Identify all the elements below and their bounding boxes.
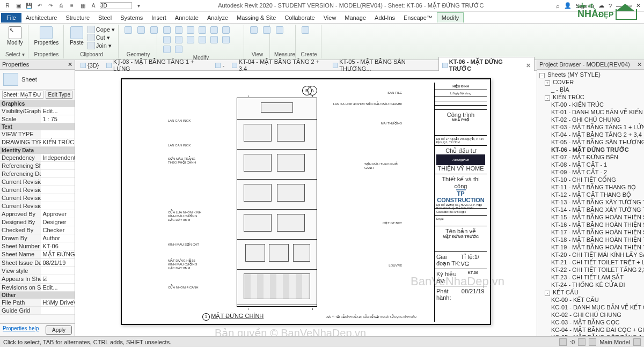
status-icon[interactable] bbox=[633, 338, 641, 346]
tree-node[interactable]: KT-10 - CHI TIẾT CỔNG bbox=[538, 176, 643, 183]
tree-node[interactable]: KT-01 - DANH MỤC BẢN VẼ KIẾN TRÚC bbox=[538, 108, 643, 116]
cope-button[interactable]: Cope ▾ bbox=[87, 26, 115, 33]
tree-node[interactable]: KT-22 - CHI TIẾT TOILET TẦNG 2,3,4 bbox=[538, 266, 643, 273]
tab-enscape[interactable]: Enscape™ bbox=[399, 13, 437, 23]
tree-node[interactable]: KT-18 - MẶT BẰNG HOÀN THIỆN TRẦN TẦNG T bbox=[538, 236, 643, 243]
mod-btn[interactable] bbox=[185, 35, 196, 44]
prop-row[interactable]: Current Revisio... bbox=[0, 194, 75, 202]
tab-systems[interactable]: Systems bbox=[116, 13, 147, 23]
prop-section[interactable]: Graphics bbox=[0, 100, 75, 107]
sheet-name-input[interactable] bbox=[2, 91, 43, 99]
prop-row[interactable]: VIEW TYPE bbox=[0, 130, 75, 138]
tree-node[interactable]: KT-19 - MẶT BẰNG HOÀN THIỆN TRẦN TẦNG 2 bbox=[538, 243, 643, 251]
tab-modify[interactable]: Modify bbox=[437, 12, 464, 23]
properties-help-link[interactable]: Properties help bbox=[3, 325, 39, 335]
tree-node[interactable]: KT-24 - THỐNG KÊ CỬA ĐI bbox=[538, 281, 643, 288]
mod-btn[interactable] bbox=[185, 26, 196, 34]
geom-btn[interactable] bbox=[136, 26, 147, 34]
open-icon[interactable]: ▣ bbox=[14, 2, 23, 10]
tree-node[interactable]: KC-02 - GHI CHÚ CHUNG bbox=[538, 311, 643, 319]
prop-section[interactable]: Text bbox=[0, 123, 75, 130]
tab-massing[interactable]: Massing & Site bbox=[232, 13, 280, 23]
prop-row[interactable]: DRAWING TYPEKIẾN TRÚC bbox=[0, 138, 75, 147]
tree-node[interactable]: KT-05 - MẶT BẰNG SÂN THƯỢNG + MÁI TUM bbox=[538, 138, 643, 146]
tab-manage[interactable]: Manage bbox=[340, 13, 370, 23]
mod-btn[interactable] bbox=[162, 35, 172, 44]
tree-node[interactable]: KT-23 - CHI TIẾT LAM SẮT bbox=[538, 273, 643, 281]
tree-node[interactable]: KT-11 - MẶT BẰNG THANG BỘ bbox=[538, 183, 643, 191]
drawing-area[interactable]: B A SAN FILE LAN XA HOP 400/120 SƠN bbox=[75, 71, 537, 336]
tree-node[interactable]: KC-00 - KẾT CẤU bbox=[538, 296, 643, 303]
tree-node[interactable]: KT-16 - MẶT BẰNG HOÀN THIỆN SÀN TẦNG 2, bbox=[538, 221, 643, 228]
tree-node[interactable]: - KIẾN TRÚC bbox=[538, 93, 643, 101]
qat-icon[interactable]: A bbox=[89, 2, 98, 10]
prop-row[interactable]: Visibility/Graph...Edit... bbox=[0, 107, 75, 115]
prop-row[interactable]: Referencing De... bbox=[0, 170, 75, 178]
paste-button[interactable]: Paste bbox=[68, 26, 85, 46]
print-icon[interactable]: ⎙ bbox=[57, 2, 65, 10]
prop-row[interactable]: Drawn ByAuthor bbox=[0, 234, 75, 242]
navigation-bar[interactable] bbox=[513, 84, 532, 103]
mod-btn[interactable] bbox=[173, 45, 184, 54]
tree-node[interactable]: KT-17 - MẶT BẰNG HOÀN THIỆN SÂN TUM bbox=[538, 228, 643, 236]
tree-node[interactable]: KC-01 - DANH MỤC BẢN VẼ KẾT CẤU bbox=[538, 303, 643, 311]
view-tab[interactable]: - bbox=[212, 61, 228, 70]
prop-row[interactable]: Appears In She...☑ bbox=[0, 275, 75, 284]
file-menu[interactable]: File bbox=[1, 13, 21, 23]
tree-node[interactable]: KT-04 - MẶT BẰNG TẦNG 2 + 3,4 bbox=[538, 131, 643, 138]
tree-node[interactable]: KT-20 - CHI TIẾT MÁI KÍNH LẤY SÁNG bbox=[538, 251, 643, 258]
tree-node[interactable]: KT-08 - MẶT CẮT - 1 bbox=[538, 161, 643, 168]
status-icon[interactable] bbox=[589, 338, 596, 346]
prop-row[interactable]: Current Revisio... bbox=[0, 202, 75, 210]
prop-row[interactable]: Sheet NumberKT-06 bbox=[0, 242, 75, 250]
join-button[interactable]: Join ▾ bbox=[87, 42, 115, 49]
mod-btn[interactable] bbox=[221, 26, 231, 34]
measure-btn[interactable] bbox=[274, 26, 285, 34]
prop-row[interactable]: DependencyIndependent bbox=[0, 154, 75, 162]
mod-btn[interactable] bbox=[197, 35, 208, 44]
tree-node[interactable]: KT-03 - MẶT BẰNG TẦNG 1 + LỬNG bbox=[538, 123, 643, 131]
tree-node[interactable]: KT-09 - MẶT CẮT - 2 bbox=[538, 168, 643, 176]
cut-button[interactable]: Cut ▾ bbox=[87, 34, 115, 41]
apply-button[interactable]: Apply bbox=[46, 325, 72, 335]
search-icon[interactable]: ⌕ bbox=[556, 3, 560, 9]
user-icon[interactable]: 👤 bbox=[564, 2, 572, 9]
tab-addins[interactable]: Add-Ins bbox=[370, 13, 399, 23]
prop-row[interactable]: Checked ByChecker bbox=[0, 226, 75, 234]
tab-insert[interactable]: Insert bbox=[147, 13, 171, 23]
tree-node[interactable]: KT-14 - MẶT BẰNG XÂY TƯỜNG TẦNG 2,3,4+S bbox=[538, 206, 643, 213]
mod-btn[interactable] bbox=[162, 45, 172, 54]
prop-row[interactable]: Current Revisio... bbox=[0, 186, 75, 194]
prop-row[interactable]: Scale1 : 75 bbox=[0, 115, 75, 123]
prop-row[interactable]: View style bbox=[0, 267, 75, 275]
mod-btn[interactable] bbox=[221, 35, 231, 44]
prop-row[interactable]: Approved ByApprover bbox=[0, 210, 75, 218]
tab-steel[interactable]: Steel bbox=[94, 13, 116, 23]
create-btn[interactable] bbox=[300, 26, 311, 34]
mod-btn[interactable] bbox=[209, 26, 219, 34]
tab-analyze[interactable]: Analyze bbox=[203, 13, 232, 23]
tab-view[interactable]: View bbox=[319, 13, 341, 23]
qat-dropdown-icon[interactable]: ▾ bbox=[134, 2, 143, 10]
prop-row[interactable]: Sheet NameMẶT ĐỨNG TR bbox=[0, 250, 75, 259]
tree-node[interactable]: KC-04 - MẶT BẰNG ĐAI CỌC + GIẰNG MÓNG bbox=[538, 326, 643, 334]
mod-btn[interactable] bbox=[197, 26, 208, 34]
status-icon[interactable] bbox=[578, 338, 586, 346]
edit-type-button[interactable]: Edit Type bbox=[46, 91, 72, 99]
tree-node[interactable]: KT-15 - MẶT BẰNG HOÀN THIỆN SÀN TRỆT + L bbox=[538, 213, 643, 221]
revit-icon[interactable]: R bbox=[3, 2, 12, 10]
prop-row[interactable]: Guide Grid bbox=[0, 307, 75, 315]
prop-row[interactable]: Referencing Sh... bbox=[0, 162, 75, 170]
mod-btn[interactable] bbox=[173, 35, 184, 44]
tab-collaborate[interactable]: Collaborate bbox=[280, 13, 319, 23]
tree-node[interactable]: KT-06 - MẶT ĐỨNG TRƯỚC bbox=[538, 146, 643, 153]
view-btn[interactable] bbox=[261, 26, 272, 34]
save-icon[interactable]: 💾 bbox=[25, 2, 33, 10]
tree-node[interactable]: KT-13 - MẶT BẰNG XÂY TƯỜNG TẦNG TRỆT + L bbox=[538, 198, 643, 206]
tab-architecture[interactable]: Architecture bbox=[21, 13, 62, 23]
close-icon[interactable]: ✕ bbox=[68, 61, 72, 68]
property-grid[interactable]: GraphicsVisibility/Graph...Edit...Scale1… bbox=[0, 100, 75, 323]
prop-section[interactable]: Other bbox=[0, 292, 75, 299]
close-icon[interactable]: ✕ bbox=[637, 61, 642, 68]
prop-row[interactable]: Designed ByDesigner bbox=[0, 218, 75, 226]
